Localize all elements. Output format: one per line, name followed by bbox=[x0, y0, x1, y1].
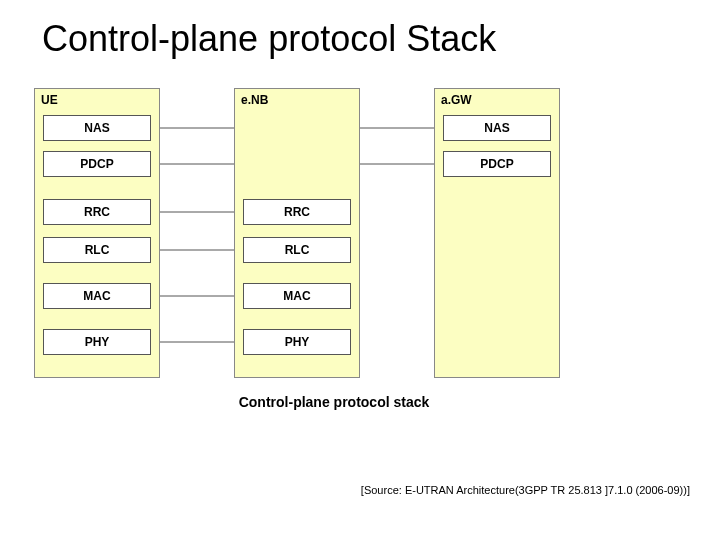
layer-enb-phy: PHY bbox=[243, 329, 351, 355]
source-citation: [Source: E-UTRAN Architecture(3GPP TR 25… bbox=[361, 484, 690, 496]
layer-agw-pdcp: PDCP bbox=[443, 151, 551, 177]
layer-ue-nas: NAS bbox=[43, 115, 151, 141]
column-enb: e.NB RRCRLCMACPHY bbox=[234, 88, 360, 378]
column-header-enb: e.NB bbox=[235, 89, 359, 109]
layer-ue-phy: PHY bbox=[43, 329, 151, 355]
layer-enb-mac: MAC bbox=[243, 283, 351, 309]
layer-ue-rlc: RLC bbox=[43, 237, 151, 263]
page-title: Control-plane protocol Stack bbox=[0, 0, 720, 60]
layer-enb-rlc: RLC bbox=[243, 237, 351, 263]
diagram-caption: Control-plane protocol stack bbox=[34, 394, 634, 410]
layer-agw-nas: NAS bbox=[443, 115, 551, 141]
column-agw: a.GW NASPDCP bbox=[434, 88, 560, 378]
layer-enb-rrc: RRC bbox=[243, 199, 351, 225]
layer-ue-rrc: RRC bbox=[43, 199, 151, 225]
layer-ue-mac: MAC bbox=[43, 283, 151, 309]
layer-ue-pdcp: PDCP bbox=[43, 151, 151, 177]
column-ue: UE NASPDCPRRCRLCMACPHY bbox=[34, 88, 160, 378]
column-header-agw: a.GW bbox=[435, 89, 559, 109]
column-header-ue: UE bbox=[35, 89, 159, 109]
protocol-stack-diagram: UE NASPDCPRRCRLCMACPHY e.NB RRCRLCMACPHY… bbox=[34, 88, 634, 428]
